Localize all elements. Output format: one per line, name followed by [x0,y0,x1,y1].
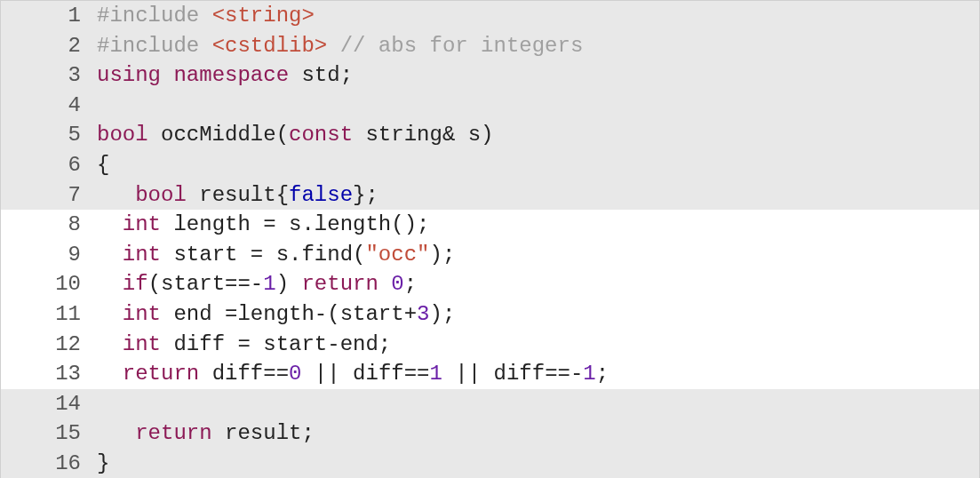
code-line: 16} [1,449,979,478]
token: length = s.length(); [161,212,429,236]
token: result{ [187,183,289,207]
token: #include [97,34,199,58]
token: "occ" [365,243,429,267]
line-number: 10 [1,269,97,299]
code-line: 11 int end =length-(start+3); [1,299,979,330]
code-line: 2#include <cstdlib> // abs for integers [1,31,979,61]
token: int [123,332,161,356]
token: bool [135,183,187,207]
token: || diff== [301,362,429,386]
token: const [289,123,353,147]
token: int [123,302,161,326]
token: return [135,421,211,445]
token: end =length-(start+ [161,302,417,326]
token: }; [353,183,378,207]
token: string& s) [353,123,493,147]
code-content: int start = s.find("occ"); [97,240,979,270]
code-content: using namespace std; [97,60,979,91]
line-number: 5 [1,120,97,150]
token: { [97,153,109,177]
code-line: 7 bool result{false}; [1,180,979,211]
token: start = s.find( [161,243,365,267]
line-number: 8 [1,210,97,240]
token: || diff==- [442,362,583,386]
token [199,4,211,28]
token: using [97,63,161,87]
code-line: 5bool occMiddle(const string& s) [1,120,979,150]
token [378,272,391,296]
token: return [301,272,378,296]
token: result; [212,421,315,445]
code-line: 6{ [1,150,979,180]
code-line: 4 [1,91,979,121]
line-number: 1 [1,1,97,31]
token: namespace [173,63,289,87]
token: false [289,183,353,207]
code-line: 9 int start = s.find("occ"); [1,240,979,270]
code-listing: 1#include <string>2#include <cstdlib> //… [0,0,980,478]
token: bool [97,123,148,147]
token: ); [429,243,455,267]
line-number: 3 [1,60,97,91]
token: #include [97,4,199,28]
code-content: } [97,449,979,478]
code-content: int end =length-(start+3); [97,299,979,330]
code-line: 15 return result; [1,418,979,449]
token: if [123,272,148,296]
token: 1 [583,362,595,386]
token: int [123,212,161,236]
code-content: { [97,150,979,180]
code-content: int length = s.length(); [97,210,979,240]
line-number: 14 [1,389,97,419]
token: 1 [263,272,275,296]
code-line: 3using namespace std; [1,60,979,91]
token [327,34,339,58]
token: (start==- [148,272,264,296]
line-number: 6 [1,150,97,180]
token [199,34,211,58]
code-content: return result; [97,418,979,449]
line-number: 11 [1,299,97,330]
line-number: 7 [1,180,97,211]
token: ); [429,302,455,326]
code-line: 1#include <string> [1,1,979,31]
token: ) [276,272,302,296]
code-content: return diff==0 || diff==1 || diff==-1; [97,359,979,389]
line-number: 15 [1,418,97,449]
code-content: #include <cstdlib> // abs for integers [97,31,979,61]
token: diff = start-end; [161,332,391,356]
token [161,63,173,87]
code-content: #include <string> [97,1,979,31]
line-number: 16 [1,449,97,478]
line-number: 4 [1,91,97,121]
token: int [123,243,161,267]
token: 1 [430,362,442,386]
token: 0 [289,362,301,386]
token: std; [289,63,353,87]
token: ; [596,362,609,386]
line-number: 2 [1,31,97,61]
token: 3 [417,302,429,326]
token: <string> [212,4,315,28]
token: diff== [199,362,289,386]
code-content: bool result{false}; [97,180,979,211]
token: <cstdlib> [212,34,328,58]
line-number: 12 [1,330,97,360]
code-line: 13 return diff==0 || diff==1 || diff==-1… [1,359,979,389]
token: return [123,362,199,386]
token: occMiddle( [148,123,289,147]
token: // abs for integers [340,34,584,58]
line-number: 9 [1,240,97,270]
code-content: int diff = start-end; [97,330,979,360]
token: ; [404,272,417,296]
code-line: 14 [1,389,979,419]
code-content: if(start==-1) return 0; [97,269,979,299]
line-number: 13 [1,359,97,389]
token: 0 [391,272,403,296]
code-line: 10 if(start==-1) return 0; [1,269,979,299]
code-line: 12 int diff = start-end; [1,330,979,360]
token: } [97,451,109,475]
code-content: bool occMiddle(const string& s) [97,120,979,150]
code-line: 8 int length = s.length(); [1,210,979,240]
